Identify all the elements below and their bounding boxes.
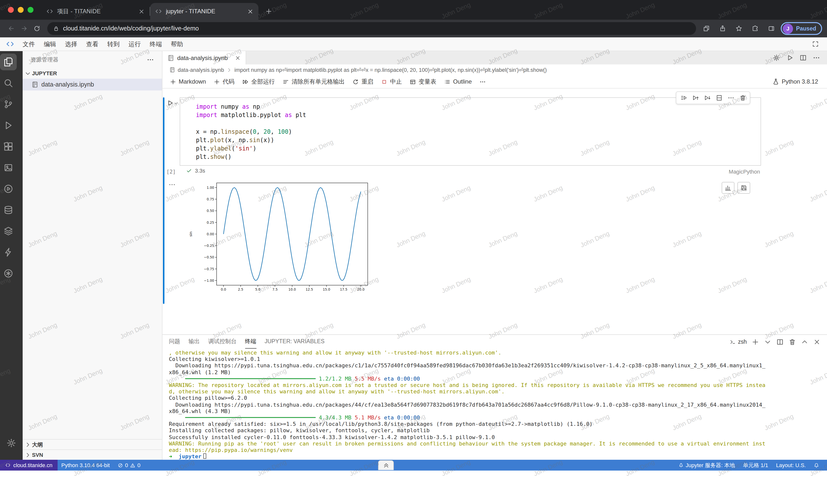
chevron-down-icon[interactable] bbox=[174, 101, 178, 106]
editor-tab-notebook[interactable]: data-analysis.ipynb bbox=[162, 51, 246, 64]
code-line[interactable]: import numpy as np bbox=[196, 103, 751, 111]
address-bar[interactable]: cloud.titanide.cn/ide/web/coding/jupyter… bbox=[47, 22, 696, 35]
split-editor-icon[interactable] bbox=[799, 54, 807, 61]
asterisk-icon[interactable] bbox=[0, 265, 17, 282]
output-button-save-icon[interactable] bbox=[737, 182, 750, 194]
extensions-icon[interactable] bbox=[0, 138, 17, 155]
run-debug-icon[interactable] bbox=[0, 117, 17, 134]
profile-chip[interactable]: J Paused bbox=[781, 22, 822, 35]
settings-gear-icon[interactable] bbox=[3, 435, 20, 451]
output-more-icon[interactable] bbox=[168, 181, 176, 188]
menu-item-编辑[interactable]: 编辑 bbox=[39, 39, 60, 49]
share-icon[interactable] bbox=[716, 22, 729, 35]
cell-code[interactable]: import numpy as npimport matplotlib.pypl… bbox=[196, 103, 751, 161]
code-line[interactable]: x = np.linspace(0, 20, 100) bbox=[196, 128, 751, 136]
sidebar-section-SVN[interactable]: SVN bbox=[22, 449, 162, 460]
split-editor-icon[interactable] bbox=[776, 338, 784, 345]
run-below-icon[interactable] bbox=[702, 93, 712, 103]
menu-item-运行[interactable]: 运行 bbox=[124, 39, 145, 49]
explor​er-icon[interactable] bbox=[0, 54, 17, 70]
zoom-window-button[interactable] bbox=[28, 7, 34, 13]
cell-language-mode[interactable]: MagicPython bbox=[729, 169, 760, 175]
toolbar-重启[interactable]: 重启 bbox=[349, 76, 377, 88]
code-line[interactable]: plt.show() bbox=[196, 153, 751, 161]
star-icon[interactable] bbox=[732, 22, 745, 35]
output-button-chart-icon[interactable] bbox=[722, 182, 734, 194]
new-tab-button[interactable] bbox=[263, 6, 274, 17]
minimize-window-button[interactable] bbox=[18, 7, 23, 13]
menu-item-帮助[interactable]: 帮助 bbox=[166, 39, 188, 49]
code-line[interactable]: plt.ylabel('sin') bbox=[196, 145, 751, 153]
forward-button[interactable] bbox=[18, 22, 31, 35]
settings-gear-icon[interactable] bbox=[773, 54, 780, 61]
sidebar-section-jupyter[interactable]: JUPYTER bbox=[22, 68, 162, 79]
code-cell[interactable]: import numpy as npimport matplotlib.pypl… bbox=[180, 97, 761, 166]
lightning-icon[interactable] bbox=[0, 244, 17, 261]
chevron-down-icon[interactable] bbox=[764, 338, 771, 345]
code-line[interactable]: plt.plot(x, np.sin(x)) bbox=[196, 136, 751, 145]
problems-indicator[interactable]: 0 0 bbox=[114, 462, 144, 468]
toolbar-more[interactable] bbox=[476, 76, 490, 88]
search-icon[interactable] bbox=[0, 75, 17, 92]
code-line[interactable] bbox=[196, 119, 751, 128]
panel-tab-问题[interactable]: 问题 bbox=[169, 335, 180, 349]
puzzle-icon[interactable] bbox=[749, 22, 762, 35]
close-window-button[interactable] bbox=[8, 7, 14, 13]
menu-item-查看[interactable]: 查看 bbox=[82, 39, 103, 49]
run-cell-button[interactable] bbox=[166, 99, 178, 107]
close-icon[interactable] bbox=[813, 338, 821, 345]
sidebar-more-icon[interactable] bbox=[147, 56, 154, 63]
run-cell-icon[interactable] bbox=[166, 99, 174, 107]
menu-item-选择[interactable]: 选择 bbox=[60, 39, 82, 49]
delete-icon[interactable] bbox=[738, 93, 747, 103]
split-cell-icon[interactable] bbox=[714, 93, 724, 103]
toolbar-Markdown[interactable]: Markdown bbox=[166, 76, 209, 88]
close-tab-icon[interactable] bbox=[247, 8, 253, 14]
toolbar-清除所有单元格输出[interactable]: 清除所有单元格输出 bbox=[279, 76, 348, 88]
terminal-shell-picker[interactable]: zsh bbox=[730, 339, 747, 345]
breadcrumb-file[interactable]: data-analysis.ipynb bbox=[178, 67, 224, 73]
status-item[interactable]: Jupyter 服务器: 本地 bbox=[674, 461, 739, 469]
notebook-icon[interactable] bbox=[0, 159, 17, 176]
kernel-picker[interactable]: Python 3.8.12 bbox=[772, 78, 823, 85]
panel-icon[interactable] bbox=[765, 22, 778, 35]
sidebar-section-大纲[interactable]: 大纲 bbox=[22, 439, 162, 449]
breadcrumb-cell-preview[interactable]: import numpy as np⏎import matplotlib.pyp… bbox=[234, 67, 547, 73]
play-icon[interactable] bbox=[786, 54, 793, 61]
copy-window-icon[interactable] bbox=[700, 22, 713, 35]
run-above-icon[interactable] bbox=[691, 93, 700, 103]
python-interpreter[interactable]: Python 3.10.4 64-bit bbox=[57, 462, 114, 468]
panel-tab-调试控制台[interactable]: 调试控制台 bbox=[208, 335, 237, 349]
terminal-output[interactable]: , otherwise you may silence this warning… bbox=[169, 350, 766, 459]
toolbar-变量表[interactable]: 变量表 bbox=[406, 76, 440, 88]
toolbar-中止[interactable]: 中止 bbox=[378, 76, 405, 88]
back-button[interactable] bbox=[5, 22, 18, 35]
file-item-notebook[interactable]: data-analysis.ipynb bbox=[22, 79, 162, 91]
toolbar-代码[interactable]: 代码 bbox=[210, 76, 238, 88]
menu-item-终端[interactable]: 终端 bbox=[145, 39, 166, 49]
toolbar-全部运行[interactable]: 全部运行 bbox=[239, 76, 278, 88]
layers-icon[interactable] bbox=[0, 223, 17, 239]
panel-tab-终端[interactable]: 终端 bbox=[245, 335, 256, 349]
database-icon[interactable] bbox=[0, 202, 17, 218]
status-item[interactable]: 单元格 1/1 bbox=[739, 461, 772, 469]
delete-icon[interactable] bbox=[789, 338, 796, 345]
run-menu-icon[interactable] bbox=[679, 93, 688, 103]
browser-tab-jupyter[interactable]: jupyter - TITANIDE bbox=[150, 3, 258, 20]
panel-tab-输出[interactable]: 输出 bbox=[189, 335, 200, 349]
more-icon[interactable] bbox=[726, 93, 735, 103]
notifications-button[interactable] bbox=[810, 462, 823, 468]
chevron-up-icon[interactable] bbox=[801, 338, 808, 345]
fullscreen-icon[interactable] bbox=[812, 40, 819, 48]
more-icon[interactable] bbox=[813, 54, 820, 61]
browser-tab-project[interactable]: 项目 - TITANIDE bbox=[41, 3, 150, 20]
reload-button[interactable] bbox=[31, 22, 43, 35]
code-line[interactable]: import matplotlib.pyplot as plt bbox=[196, 111, 751, 119]
panel-restore-button[interactable] bbox=[378, 460, 394, 470]
add-icon[interactable] bbox=[752, 338, 759, 345]
run-circle-icon[interactable] bbox=[0, 180, 17, 197]
close-tab-icon[interactable] bbox=[138, 8, 145, 14]
source-control-icon[interactable] bbox=[0, 96, 17, 113]
status-item[interactable]: Layout: U.S. bbox=[772, 462, 810, 468]
toolbar-Outline[interactable]: Outline bbox=[441, 76, 475, 88]
